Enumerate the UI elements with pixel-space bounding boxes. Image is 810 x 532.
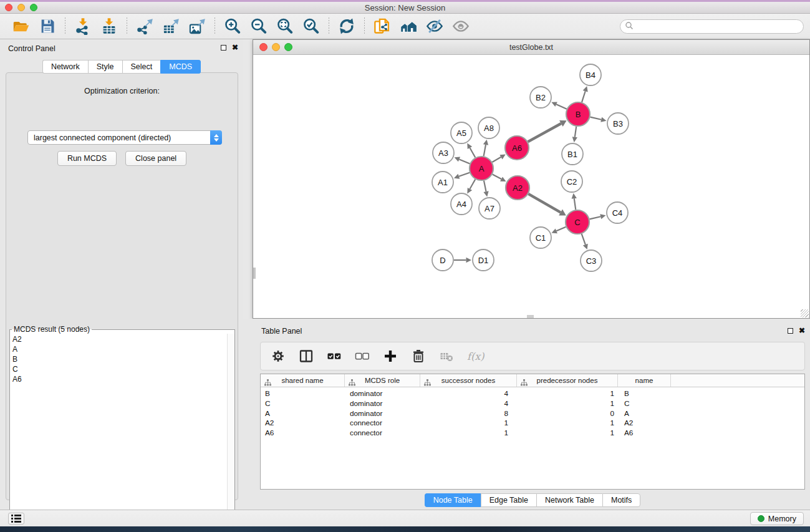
graph-node-B3[interactable]: B3 [607, 113, 629, 134]
hide-details-icon[interactable] [425, 17, 444, 36]
search-input[interactable] [634, 21, 803, 32]
tab-network-table[interactable]: Network Table [536, 493, 602, 507]
graph-node-A[interactable]: A [470, 157, 493, 180]
graph-node-A8[interactable]: A8 [478, 117, 499, 138]
tab-motifs[interactable]: Motifs [602, 493, 640, 507]
import-network-icon[interactable] [74, 17, 92, 36]
table-cell[interactable]: 4 [420, 399, 517, 409]
float-table-panel-icon[interactable] [788, 328, 793, 334]
column-header-shared-name[interactable]: shared name [261, 374, 345, 387]
graph-edge-A-A6[interactable] [492, 155, 506, 162]
mcds-result-item[interactable]: C [12, 364, 234, 374]
graph-node-B4[interactable]: B4 [580, 64, 601, 85]
gear-icon[interactable] [271, 349, 286, 364]
delete-column-icon[interactable] [411, 349, 426, 364]
refresh-icon[interactable] [337, 17, 356, 36]
table-cell[interactable]: 1 [517, 428, 618, 438]
table-cell[interactable]: B [618, 389, 671, 399]
mcds-result-item[interactable]: A2 [12, 334, 234, 344]
delete-table-icon[interactable] [439, 349, 454, 364]
graph-node-A4[interactable]: A4 [451, 193, 472, 215]
function-builder-icon[interactable]: f(x) [467, 351, 484, 362]
graph-edge-C-C1[interactable] [551, 227, 566, 233]
table-cell[interactable]: A [618, 409, 671, 419]
graph-edge-B-B2[interactable] [551, 102, 566, 109]
graph-node-C4[interactable]: C4 [607, 202, 628, 223]
graph-edge-A-A1[interactable] [454, 173, 470, 179]
column-browser-icon[interactable] [299, 349, 314, 364]
table-row[interactable]: Adominator80A [261, 409, 804, 419]
export-image-icon[interactable] [188, 17, 206, 36]
column-header-name[interactable]: name [618, 374, 671, 387]
minimize-window-button[interactable] [17, 4, 25, 11]
table-row[interactable]: A6connector11A6 [261, 428, 804, 438]
graph-node-A2[interactable]: A2 [506, 176, 529, 200]
table-cell[interactable]: 1 [517, 389, 618, 399]
table-cell[interactable]: A6 [261, 428, 345, 438]
search-field[interactable] [620, 19, 804, 34]
mcds-result-item[interactable]: A6 [12, 374, 234, 384]
table-cell[interactable]: A2 [261, 418, 345, 428]
deselect-all-icon[interactable] [355, 349, 370, 364]
tab-style[interactable]: Style [88, 60, 122, 74]
graph-edge-A-A2[interactable] [493, 174, 506, 181]
table-cell[interactable]: 1 [517, 418, 618, 428]
zoom-out-icon[interactable] [249, 17, 268, 36]
table-cell[interactable]: B [261, 389, 345, 399]
graph-edge-A-A8[interactable] [483, 140, 488, 157]
graph-edge-D-D1[interactable] [454, 258, 471, 263]
table-cell[interactable]: dominator [345, 409, 420, 419]
table-cell[interactable]: connector [345, 418, 420, 428]
table-row[interactable]: Bdominator41B [261, 389, 804, 399]
graph-node-C1[interactable]: C1 [530, 227, 551, 248]
table-cell[interactable]: connector [345, 428, 420, 438]
home-icon[interactable] [399, 17, 418, 36]
graph-edge-A6-B[interactable] [528, 120, 567, 142]
select-all-icon[interactable] [327, 349, 342, 364]
graph-node-A1[interactable]: A1 [432, 172, 453, 193]
open-session-icon[interactable] [12, 17, 31, 36]
graph-edge-C-C2[interactable] [572, 193, 577, 210]
graph-node-A3[interactable]: A3 [433, 142, 454, 163]
graph-node-B1[interactable]: B1 [562, 143, 583, 165]
table-cell[interactable]: 4 [420, 389, 517, 399]
tab-select[interactable]: Select [122, 60, 161, 74]
table-cell[interactable]: C [261, 399, 345, 409]
close-table-panel-icon[interactable]: ✖ [799, 327, 805, 334]
network-canvas[interactable]: AA1A2A3A4A5A6A7A8BB1B2B3B4CC1C2C3C4DD1 [253, 55, 809, 318]
import-table-icon[interactable] [100, 17, 118, 36]
graph-edge-A-A5[interactable] [467, 143, 475, 158]
run-mcds-button[interactable]: Run MCDS [57, 151, 117, 166]
graph-edge-B-B3[interactable] [590, 117, 606, 122]
table-cell[interactable]: A6 [618, 428, 671, 438]
export-table-icon[interactable] [162, 17, 180, 36]
graph-edge-A-A3[interactable] [455, 157, 470, 164]
graph-edge-C-C4[interactable] [589, 214, 605, 219]
graph-node-A5[interactable]: A5 [451, 122, 472, 143]
graph-node-C3[interactable]: C3 [581, 250, 602, 271]
zoom-fit-icon[interactable] [276, 17, 294, 36]
copy-network-view-icon[interactable] [373, 17, 392, 36]
criterion-dropdown[interactable]: largest connected component (directed) [27, 130, 222, 145]
tab-mcds[interactable]: MCDS [160, 60, 201, 74]
tab-edge-table[interactable]: Edge Table [481, 493, 536, 507]
graph-node-B2[interactable]: B2 [530, 87, 551, 108]
mcds-result-item[interactable]: A [12, 344, 234, 354]
show-details-icon[interactable] [451, 17, 470, 36]
graph-node-D[interactable]: D [432, 249, 453, 271]
graph-edge-B-B4[interactable] [582, 86, 588, 102]
graph-node-B[interactable]: B [566, 102, 590, 126]
close-panel-button[interactable]: Close panel [125, 151, 186, 166]
zoom-window-button[interactable] [30, 4, 37, 11]
save-session-icon[interactable] [38, 17, 57, 36]
graph-edge-B-B1[interactable] [572, 127, 577, 142]
tab-network[interactable]: Network [42, 60, 88, 74]
resize-handle[interactable] [801, 309, 809, 317]
column-header-MCDS-role[interactable]: MCDS role [345, 374, 420, 387]
table-cell[interactable]: dominator [345, 389, 420, 399]
table-row[interactable]: Cdominator41C [261, 399, 804, 409]
table-row[interactable]: A2connector11A2 [261, 418, 804, 428]
table-cell[interactable]: 8 [420, 409, 517, 419]
graph-node-C[interactable]: C [566, 210, 589, 234]
tab-node-table[interactable]: Node Table [425, 493, 481, 507]
